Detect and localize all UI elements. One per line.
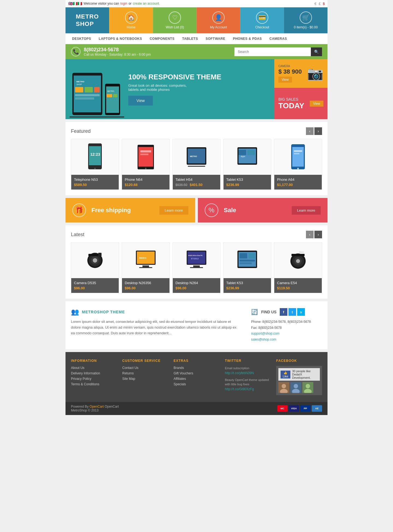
product-image: ASUS All-in-One PC ET2012 (173, 243, 220, 278)
svg-rect-22 (140, 154, 148, 155)
cat-components[interactable]: COMPONENTS (146, 34, 178, 44)
product-name: Phone N64 (125, 178, 167, 182)
fb-like-bar: 👍 Like 30 people like DedaIX Development… (278, 368, 320, 381)
find-us-info: Phone: 8(802)234-5678, 8(803)234-5678 Fa… (251, 319, 322, 342)
latest-section: Latest ‹ › Camera D535 $96.00 (66, 225, 327, 299)
header: METRO SHOP 🏠 Home ♡ Wish List (0) 👤 My A… (66, 7, 327, 33)
featured-section: Featured ‹ › 12:23 Telephone N53 $589.50 (66, 122, 327, 195)
featured-prev-arrow[interactable]: ‹ (306, 127, 314, 135)
cat-laptops[interactable]: LAPTOPS & NOTEBOOKS (95, 34, 146, 44)
header-navigation: 🏠 Home ♡ Wish List (0) 👤 My Account 💳 Ch… (109, 7, 327, 33)
camera1-image (84, 245, 106, 275)
svg-rect-14 (70, 116, 124, 118)
sale-learn-more-button[interactable]: Learn more (292, 206, 321, 215)
affiliates-link[interactable]: Affiliates (174, 377, 219, 381)
product-card: METRO Tablet H54 $636.50 $401.50 (172, 139, 221, 190)
product-price: $401.50 (190, 183, 203, 187)
hero-devices: METRO SHOP METRO (70, 65, 124, 119)
nav-checkout[interactable]: 💳 Checkout (240, 7, 284, 33)
find-us-section: 🔄 FIND US f t s Phone: 8(802)234-5678, 8… (251, 308, 322, 342)
product-price: $96.00 (175, 286, 218, 290)
sale-view-button[interactable]: View (310, 101, 323, 107)
currency-pound[interactable]: £ (319, 2, 321, 6)
latest-next-arrow[interactable]: › (314, 231, 322, 238)
product-info: Tablet K53 $236.99 (224, 278, 271, 293)
percent-icon: % (205, 203, 218, 217)
contact-us-link[interactable]: Contact Us (122, 366, 168, 370)
svg-text:ET2012: ET2012 (191, 257, 199, 260)
phone-hours: Call us Monday - Saturday: 8:30 am - 6:0… (84, 53, 151, 56)
create-account-link[interactable]: create an account. (133, 2, 160, 5)
product-price: $236.99 (226, 183, 268, 187)
skype-button[interactable]: s (297, 308, 305, 316)
brands-link[interactable]: Brands (174, 366, 219, 370)
customer-service-title: CUSTOMER SERVICE (122, 359, 168, 363)
camera-view-button[interactable]: View (278, 77, 292, 83)
footer: INFORMATION About Us Delivery Informatio… (66, 352, 327, 402)
hero-view-button[interactable]: View (128, 96, 153, 106)
site-map-link[interactable]: Site Map (122, 377, 168, 381)
fb-like-button[interactable]: 👍 Like (281, 371, 290, 378)
twitter-item-2: Beauty OpenCart theme updated with littl… (225, 378, 271, 392)
returns-link[interactable]: Returns (122, 371, 168, 375)
svg-point-18 (94, 168, 96, 169)
search-input[interactable] (234, 47, 311, 56)
nav-cart[interactable]: 🛒 0 item(s) - $0.00 (284, 7, 327, 33)
currency-euro[interactable]: € (314, 2, 316, 6)
bottom-bar: Powered By OpenCart OpenCart MetroShop ©… (66, 402, 327, 415)
specials-link[interactable]: Specials (174, 382, 219, 386)
cat-cameras[interactable]: CAMERAS (266, 34, 291, 44)
home-icon: 🏠 (125, 11, 137, 24)
product-info: Camera D535 $96.00 (71, 278, 119, 293)
latest-prev-arrow[interactable]: ‹ (306, 231, 314, 238)
facebook-button[interactable]: f (280, 308, 287, 316)
gift-vouchers-link[interactable]: Gift Vouchers (174, 371, 219, 375)
nav-wishlist-label: Wish List (0) (166, 25, 184, 29)
hero-sidebar: CAMERA $ 38 900 View 📷 BIG SALES TODAY V… (274, 59, 327, 119)
footer-customer-service: CUSTOMER SERVICE Contact Us Returns Site… (122, 359, 168, 395)
featured-next-arrow[interactable]: › (314, 127, 322, 135)
latest-header: Latest ‹ › (71, 231, 322, 238)
product-card: Phone A64 $1,177.00 (274, 139, 322, 190)
login-link[interactable]: login (120, 2, 127, 5)
cat-desktops[interactable]: DESKTOPS (68, 34, 95, 44)
svg-rect-31 (239, 150, 246, 155)
heart-icon: ♡ (169, 11, 181, 24)
top-bar-welcome: 🇬🇧🇮🇹🇮🇹 Welcome visitor you can login or … (68, 1, 160, 6)
fb-profile-3 (302, 382, 313, 393)
delivery-link[interactable]: Delivery Information (71, 371, 117, 375)
opencart-link[interactable]: OpenCart (90, 405, 104, 408)
terms-link[interactable]: Terms & Conditions (71, 382, 117, 386)
nav-home[interactable]: 🏠 Home (109, 7, 153, 33)
footer-facebook: FACEBOOK 👍 Like 30 people like DedaIX De… (276, 359, 322, 395)
logo[interactable]: METRO SHOP (66, 7, 109, 33)
cat-tablets[interactable]: TABLETS (178, 34, 202, 44)
privacy-link[interactable]: Privacy Policy (71, 377, 117, 381)
twitter-button[interactable]: t (288, 308, 296, 316)
nav-account[interactable]: 👤 My Account (196, 7, 240, 33)
hero-content: 100% RESPONSIVE THEME Great look on all … (128, 73, 221, 106)
product-card: Nikon Camera E54 $119.50 (274, 242, 322, 293)
cat-software[interactable]: SOFTWARE (202, 34, 229, 44)
product-price: $236.99 (226, 286, 268, 290)
nav-checkout-label: Checkout (255, 25, 269, 29)
product-name: Desktop N26356 (125, 281, 167, 285)
svg-rect-36 (294, 150, 302, 152)
sales-email[interactable]: sales@shop.com (251, 337, 322, 343)
product-name: Tablet K53 (226, 281, 268, 285)
cat-phones[interactable]: PHONES & PDAS (229, 34, 266, 44)
nav-wishlist[interactable]: ♡ Wish List (0) (153, 7, 196, 33)
shipping-learn-more-button[interactable]: Learn more (159, 206, 188, 215)
product-info: Desktop N264 $96.00 (173, 278, 220, 293)
product-name: Desktop N264 (175, 281, 218, 285)
currency-dollar[interactable]: $ (323, 2, 325, 6)
product-info: Phone A64 $1,177.00 (274, 175, 322, 190)
about-us-link[interactable]: About Us (71, 366, 117, 370)
svg-text:METRO: METRO (76, 80, 84, 83)
latest-title: Latest (71, 232, 84, 238)
twitter-link-1[interactable]: http://t.co/yfebN39N (225, 371, 271, 375)
search-box: 🔍 (234, 47, 322, 56)
search-button[interactable]: 🔍 (311, 47, 322, 56)
twitter-link-2[interactable]: http://t.co/Gi90XzFg (225, 387, 271, 392)
support-email[interactable]: support@shop.com (251, 331, 322, 337)
